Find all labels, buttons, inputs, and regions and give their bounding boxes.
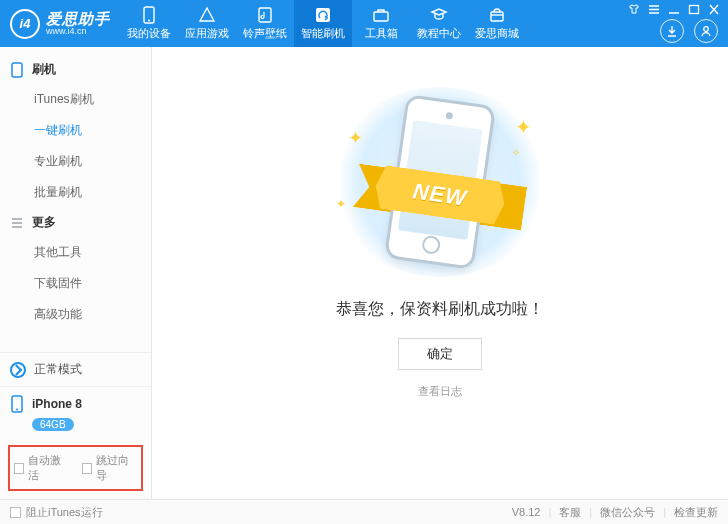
svg-rect-2 [259,8,271,22]
close-icon[interactable] [708,4,720,15]
sparkle-icon: ✦ [515,115,532,139]
titlebar: i4 爱思助手 www.i4.cn 我的设备 应用游戏 铃声壁纸 [0,0,728,47]
maximize-icon[interactable] [688,4,700,15]
main-pane: ✦ ✦ ✦ ✧ NEW 恭喜您，保资料刷机成功啦！ 确定 查看日志 [152,47,728,499]
svg-rect-8 [12,63,22,77]
sidebar-flash-options: 自动激活 跳过向导 [8,445,143,491]
phone-outline-icon [10,62,26,78]
device-icon [140,6,158,24]
shirt-icon[interactable] [628,4,640,15]
sparkle-icon: ✦ [336,197,346,211]
flash-icon [314,6,332,24]
svg-rect-6 [690,6,699,14]
sparkle-icon: ✧ [512,147,520,158]
checkbox-skip-guide[interactable]: 跳过向导 [82,453,138,483]
account-button[interactable] [694,19,718,43]
sidebar-device[interactable]: iPhone 8 64GB [0,386,151,439]
nav-my-device[interactable]: 我的设备 [120,0,178,47]
brand-logo-icon: i4 [10,9,40,39]
nav-toolbox[interactable]: 工具箱 [352,0,410,47]
sparkle-icon: ✦ [348,127,363,149]
list-icon [10,216,26,230]
sidebar-item-other-tools[interactable]: 其他工具 [0,237,151,268]
sidebar-item-batch-flash[interactable]: 批量刷机 [0,177,151,208]
window-controls [628,0,728,15]
top-nav: 我的设备 应用游戏 铃声壁纸 智能刷机 工具箱 [120,0,628,47]
download-center-button[interactable] [660,19,684,43]
mode-normal-icon [10,362,26,378]
nav-apps-games[interactable]: 应用游戏 [178,0,236,47]
svg-rect-5 [491,12,503,21]
brand: i4 爱思助手 www.i4.cn [0,0,120,47]
sidebar-mode[interactable]: 正常模式 [0,352,151,386]
status-bar: 阻止iTunes运行 V8.12 | 客服 | 微信公众号 | 检查更新 [0,499,728,524]
brand-url: www.i4.cn [46,27,110,36]
success-message: 恭喜您，保资料刷机成功啦！ [336,299,544,320]
ok-button[interactable]: 确定 [398,338,482,370]
svg-point-10 [16,409,18,411]
sidebar-group-flash[interactable]: 刷机 [0,55,151,84]
mall-icon [488,6,506,24]
ringtone-icon [256,6,274,24]
apps-icon [198,6,216,24]
checkbox-block-itunes[interactable]: 阻止iTunes运行 [10,505,103,520]
svg-point-7 [704,27,709,32]
checkbox-icon [14,463,24,474]
nav-ring-wall[interactable]: 铃声壁纸 [236,0,294,47]
checkbox-icon [82,463,92,474]
tutorial-icon [430,6,448,24]
check-update-link[interactable]: 检查更新 [674,505,718,520]
svg-rect-3 [316,8,330,22]
svg-point-1 [148,20,150,22]
nav-tutorial[interactable]: 教程中心 [410,0,468,47]
minimize-icon[interactable] [668,4,680,15]
sidebar-item-download-fw[interactable]: 下载固件 [0,268,151,299]
sidebar-item-advanced[interactable]: 高级功能 [0,299,151,330]
version-label: V8.12 [512,506,541,518]
checkbox-icon [10,507,21,518]
nav-mall[interactable]: 爱思商城 [468,0,526,47]
wechat-link[interactable]: 微信公众号 [600,505,655,520]
toolbox-icon [372,6,390,24]
view-log-link[interactable]: 查看日志 [418,384,462,399]
nav-smart-flash[interactable]: 智能刷机 [294,0,352,47]
sidebar-item-pro-flash[interactable]: 专业刷机 [0,146,151,177]
svg-rect-4 [374,12,388,21]
sidebar: 刷机 iTunes刷机 一键刷机 专业刷机 批量刷机 更多 其他工具 下载固件 … [0,47,152,499]
brand-name: 爱思助手 [46,11,110,27]
success-illustration: ✦ ✦ ✦ ✧ NEW [330,87,550,277]
device-phone-icon [10,395,24,413]
sidebar-item-onekey-flash[interactable]: 一键刷机 [0,115,151,146]
menu-icon[interactable] [648,4,660,15]
device-name: iPhone 8 [32,397,82,411]
sidebar-group-more[interactable]: 更多 [0,208,151,237]
device-capacity-badge: 64GB [32,418,74,431]
checkbox-auto-activate[interactable]: 自动激活 [14,453,70,483]
sidebar-item-itunes-flash[interactable]: iTunes刷机 [0,84,151,115]
support-link[interactable]: 客服 [559,505,581,520]
